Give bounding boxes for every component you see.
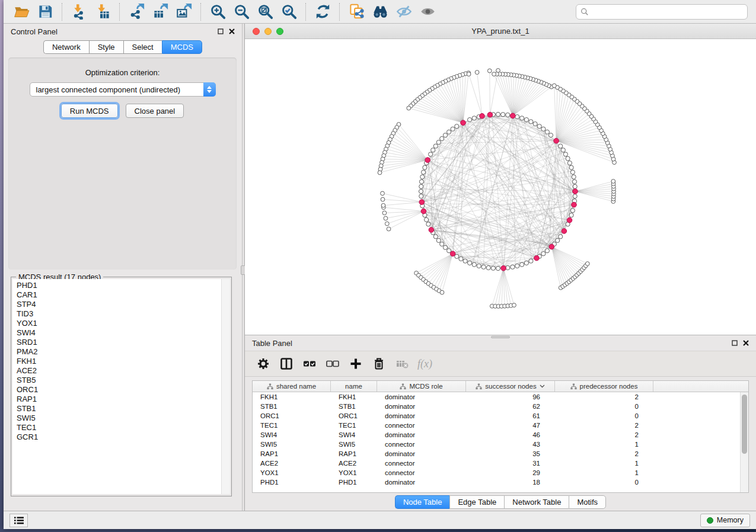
zoom-out-button[interactable]: [229, 2, 253, 21]
network-graph[interactable]: [245, 39, 756, 335]
run-mcds-button[interactable]: Run MCDS: [61, 104, 118, 118]
mcds-result-item[interactable]: STB5: [17, 376, 221, 385]
table-row[interactable]: ACE2ACE2connector311: [253, 459, 748, 468]
mcds-result-item[interactable]: STP4: [17, 300, 221, 309]
mcds-result-item[interactable]: CAR1: [17, 290, 221, 300]
mcds-result-item[interactable]: SWI5: [17, 414, 221, 423]
mcds-result-list[interactable]: PHD1CAR1STP4TID3YOX1SWI4SRD1PMA2FKH1ACE2…: [12, 279, 222, 494]
column-label: MCDS role: [409, 383, 442, 390]
mcds-result-item[interactable]: ORC1: [17, 385, 221, 395]
close-panel-icon[interactable]: [229, 28, 235, 34]
network-window-titlebar[interactable]: YPA_prune.txt_1: [245, 24, 756, 39]
delete-column-button[interactable]: [369, 354, 388, 373]
column-header-mcds-role[interactable]: MCDS role: [377, 381, 466, 392]
mcds-result-item[interactable]: PHD1: [17, 281, 221, 290]
cell-mcds-role: dominator: [377, 412, 466, 419]
table-row[interactable]: SWI5SWI5connector431: [253, 440, 748, 449]
table-scrollbar[interactable]: [740, 392, 748, 492]
table-scrollbar-thumb[interactable]: [742, 395, 747, 454]
cell-successor-nodes: 47: [466, 422, 555, 429]
tab-edge-table[interactable]: Edge Table: [449, 495, 504, 509]
mcds-result-item[interactable]: YOX1: [17, 319, 221, 328]
toolbar-separator: [62, 3, 62, 21]
table-header-row: shared namenameMCDS rolesuccessor nodesp…: [253, 381, 748, 392]
table-row[interactable]: SWI4SWI4dominator462: [253, 430, 748, 440]
zoom-out-icon: [234, 4, 250, 20]
mcds-result-item[interactable]: SWI4: [17, 328, 221, 338]
cell-successor-nodes: 62: [466, 403, 555, 410]
save-session-button[interactable]: [33, 2, 57, 21]
tab-node-table[interactable]: Node Table: [395, 495, 450, 509]
cell-successor-nodes: 46: [466, 431, 555, 438]
column-header-successor-nodes[interactable]: successor nodes: [466, 381, 555, 392]
mcds-list-scrollbar[interactable]: [222, 279, 230, 494]
column-label: shared name: [276, 383, 316, 390]
float-panel-icon[interactable]: [218, 28, 224, 34]
import-network-button[interactable]: [67, 2, 91, 21]
open-file-button[interactable]: [9, 2, 33, 21]
export-image-button[interactable]: [172, 2, 196, 21]
mcds-result-item[interactable]: RAP1: [17, 395, 221, 404]
close-table-panel-icon[interactable]: [743, 340, 749, 346]
export-table-button[interactable]: [148, 2, 172, 21]
tab-style[interactable]: Style: [89, 40, 123, 54]
split-panel-button[interactable]: [276, 354, 296, 373]
tab-select[interactable]: Select: [123, 40, 162, 54]
mcds-result-item[interactable]: GCR1: [17, 432, 221, 442]
control-panel-title: Control Panel: [11, 27, 58, 36]
zoom-fit-button[interactable]: [253, 2, 277, 21]
column-header-shared-name[interactable]: shared name: [253, 381, 331, 392]
mcds-result-item[interactable]: TID3: [17, 309, 221, 319]
hide-selected-button[interactable]: [392, 2, 416, 21]
float-table-panel-icon[interactable]: [732, 340, 738, 346]
cell-mcds-role: connector: [377, 469, 466, 476]
tab-mcds[interactable]: MCDS: [162, 40, 202, 54]
zoom-selected-button[interactable]: [277, 2, 301, 21]
clone-network-button[interactable]: [344, 2, 368, 21]
table-row[interactable]: STB1STB1dominator620: [253, 402, 748, 411]
import-table-button[interactable]: [91, 2, 114, 21]
show-all-button[interactable]: [416, 2, 439, 21]
table-row[interactable]: FKH1FKH1dominator962: [253, 392, 748, 402]
table-row[interactable]: YOX1YOX1connector291: [253, 468, 748, 477]
criterion-dropdown[interactable]: largest connected component (undirected): [30, 82, 216, 97]
optimization-criterion-label: Optimization criterion:: [8, 68, 237, 77]
add-column-button[interactable]: [346, 354, 365, 373]
table-row[interactable]: ORC1ORC1dominator610: [253, 411, 748, 421]
memory-button[interactable]: Memory: [700, 514, 750, 527]
deselect-all-button[interactable]: [323, 354, 342, 373]
refresh-view-button[interactable]: [311, 2, 334, 21]
mcds-result-item[interactable]: ACE2: [17, 366, 221, 376]
cell-successor-nodes: 43: [466, 441, 555, 448]
table-row[interactable]: RAP1RAP1dominator352: [253, 449, 748, 459]
select-all-button[interactable]: [299, 354, 319, 373]
table-settings-button[interactable]: [253, 354, 273, 373]
tab-network-table[interactable]: Network Table: [504, 495, 569, 509]
mcds-result-item[interactable]: STB1: [17, 404, 221, 414]
cell-predecessor-nodes: 2: [555, 450, 653, 457]
table-row[interactable]: PHD1PHD1dominator180: [253, 477, 748, 487]
tab-motifs[interactable]: Motifs: [569, 495, 606, 509]
column-header-filler: [653, 381, 748, 392]
mcds-result-item[interactable]: FKH1: [17, 357, 221, 366]
mcds-result-item[interactable]: TEC1: [17, 423, 221, 432]
network-canvas[interactable]: [245, 39, 756, 335]
tab-network[interactable]: Network: [43, 40, 89, 54]
mcds-result-item[interactable]: PMA2: [17, 347, 221, 357]
close-panel-button[interactable]: Close panel: [126, 104, 184, 118]
table-row[interactable]: TEC1TEC1connector472: [253, 421, 748, 430]
mcds-result-item[interactable]: SRD1: [17, 338, 221, 347]
column-header-predecessor-nodes[interactable]: predecessor nodes: [555, 381, 653, 392]
cell-name: ORC1: [331, 412, 377, 419]
table-tabs: Node TableEdge TableNetwork TableMotifs: [245, 493, 756, 511]
cell-mcds-role: dominator: [377, 450, 466, 457]
export-network-button[interactable]: [125, 2, 148, 21]
zoom-in-button[interactable]: [206, 2, 229, 21]
table-splitter-grip[interactable]: [491, 336, 510, 338]
search-network-button[interactable]: [368, 2, 392, 21]
satellite-nodes[interactable]: [378, 69, 616, 309]
task-history-button[interactable]: [9, 514, 28, 527]
column-header-name[interactable]: name: [331, 381, 377, 392]
search-box[interactable]: [576, 4, 748, 20]
search-input[interactable]: [592, 7, 743, 16]
